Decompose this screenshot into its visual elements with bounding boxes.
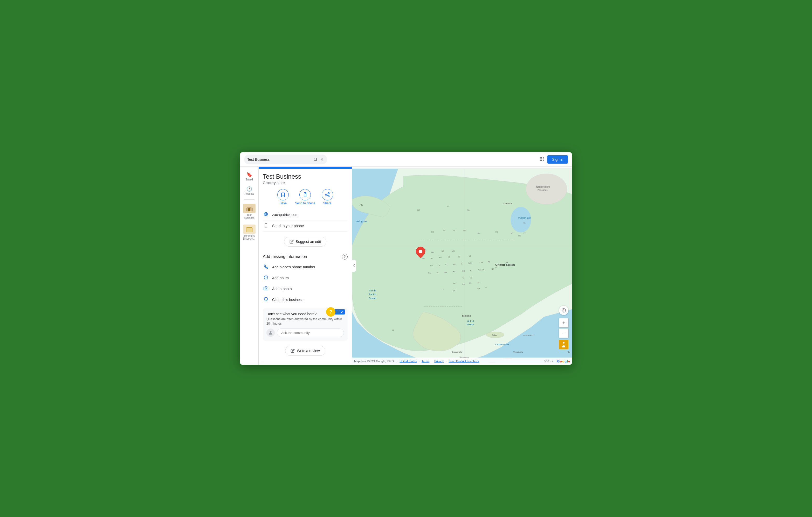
svg-text:Cuba: Cuba [492, 334, 496, 336]
map-separator-4: · [446, 360, 446, 363]
svg-rect-19 [246, 227, 252, 228]
map-separator-1: · [397, 360, 398, 363]
svg-rect-5 [542, 157, 542, 158]
map-area[interactable]: Northwestern Passages Hudson Bay AK Beri… [352, 167, 572, 365]
svg-point-24 [325, 194, 327, 195]
svg-text:UT: UT [438, 265, 440, 267]
phone-add-icon [263, 264, 269, 270]
svg-text:NB: NB [511, 232, 513, 234]
svg-rect-9 [543, 158, 544, 159]
svg-text:OR: OR [422, 258, 425, 260]
svg-text:Guatemala: Guatemala [452, 351, 462, 353]
collapse-panel-button[interactable] [352, 260, 356, 272]
map-controls: + − [559, 306, 569, 349]
svg-text:Northwestern: Northwestern [536, 186, 550, 188]
svg-text:Hudson Bay: Hudson Bay [518, 216, 531, 219]
sidebar-item-saved[interactable]: 🔖 Saved [241, 170, 257, 183]
svg-text:NC: NC [470, 277, 472, 279]
send-to-phone-action-button[interactable]: Send to phone [295, 189, 315, 205]
apps-icon[interactable] [539, 156, 544, 162]
svg-text:QC: QC [495, 231, 498, 233]
community-desc: Questions are often answered by the comm… [266, 317, 344, 326]
svg-line-26 [327, 195, 328, 196]
ask-community-input[interactable] [277, 329, 344, 337]
save-action-button[interactable]: Save [275, 189, 291, 205]
claim-business-item[interactable]: Claim this business [263, 294, 348, 305]
add-phone-text: Add place's phone number [272, 265, 315, 269]
svg-rect-16 [248, 207, 251, 208]
add-phone-item[interactable]: Add place's phone number [263, 262, 348, 273]
claim-business-text: Claim this business [272, 298, 303, 302]
share-action-button[interactable]: Share [320, 189, 335, 205]
svg-text:Canada: Canada [503, 202, 512, 205]
search-button[interactable] [313, 157, 318, 162]
svg-text:MN: MN [452, 250, 455, 252]
svg-point-43 [511, 207, 531, 233]
svg-text:NB: NB [505, 262, 508, 264]
help-icon[interactable]: ? [342, 254, 348, 260]
save-label: Save [280, 202, 287, 205]
top-bar: Sign in [240, 152, 572, 167]
svg-rect-34 [336, 311, 340, 311]
compass-button[interactable] [559, 306, 569, 315]
phone-icon [263, 223, 269, 229]
panel-wrapper: Test Business Grocery store Save [259, 167, 352, 365]
action-row: Save Send to phone [263, 189, 348, 205]
side-nav: 🔖 Saved 🕐 Recents TestBusiness [240, 167, 259, 365]
community-input-row [266, 329, 344, 337]
missing-info-header: Add missing information ? [263, 254, 348, 260]
svg-rect-11 [542, 160, 542, 161]
svg-text:WI: WI [458, 256, 461, 258]
zoom-in-button[interactable]: + [559, 318, 569, 328]
clock-add-icon [263, 275, 269, 281]
sidebar-item-recents[interactable]: 🕐 Recents [241, 184, 257, 197]
svg-text:VT: VT [500, 264, 503, 266]
privacy-label[interactable]: Privacy [434, 360, 444, 363]
zoom-out-button[interactable]: − [559, 329, 569, 338]
svg-text:WV VA: WV VA [478, 269, 484, 271]
add-hours-item[interactable]: Add hours [263, 273, 348, 283]
write-review-button[interactable]: Write a review [285, 346, 325, 356]
clear-search-button[interactable] [320, 157, 324, 161]
svg-rect-12 [543, 160, 544, 161]
svg-text:AL: AL [469, 282, 472, 284]
svg-line-1 [316, 160, 317, 161]
shield-icon [263, 297, 269, 303]
terms-label[interactable]: Terms [422, 360, 429, 363]
add-photo-item[interactable]: Add a photo [263, 283, 348, 294]
svg-text:HI: HI [393, 329, 394, 331]
place-name: Test Business [263, 173, 348, 180]
svg-text:SC: SC [477, 281, 480, 283]
us-label[interactable]: United States [400, 360, 417, 363]
user-avatar [266, 329, 275, 337]
street-view-button[interactable] [559, 340, 569, 349]
svg-text:NM: NM [444, 271, 447, 273]
sidebar-item-sommers[interactable]: SommersDiscount... [241, 222, 257, 242]
svg-text:CA: CA [428, 272, 431, 274]
website-row[interactable]: zachpatrick.com [263, 209, 348, 220]
svg-text:WY: WY [439, 256, 442, 258]
svg-text:ON: ON [477, 232, 480, 234]
svg-text:YT: YT [447, 205, 449, 207]
svg-text:PA: PA [488, 261, 490, 263]
search-input[interactable] [247, 157, 311, 161]
send-to-phone-row[interactable]: Send to your phone [263, 220, 348, 232]
suggest-edit-label: Suggest an edit [296, 240, 321, 244]
svg-rect-35 [336, 312, 340, 312]
suggest-edit-button[interactable]: Suggest an edit [284, 237, 326, 247]
qa-badge: ? [326, 307, 345, 316]
add-hours-text: Add hours [272, 276, 289, 280]
community-section: ? [263, 308, 348, 341]
map-svg: Northwestern Passages Hudson Bay AK Beri… [352, 167, 572, 365]
sign-in-button[interactable]: Sign in [547, 155, 568, 163]
map-separator-3: · [431, 360, 432, 363]
svg-text:Venezuela: Venezuela [513, 351, 523, 353]
web-results-title: Web results [263, 362, 348, 365]
svg-text:Mexico: Mexico [462, 314, 471, 317]
svg-rect-8 [542, 158, 542, 159]
send-feedback-label[interactable]: Send Product Feedback [448, 360, 479, 363]
website-text: zachpatrick.com [272, 213, 298, 217]
svg-point-123 [419, 250, 422, 253]
sidebar-item-test-business[interactable]: TestBusiness [241, 202, 257, 221]
svg-text:NY: NY [495, 266, 497, 268]
